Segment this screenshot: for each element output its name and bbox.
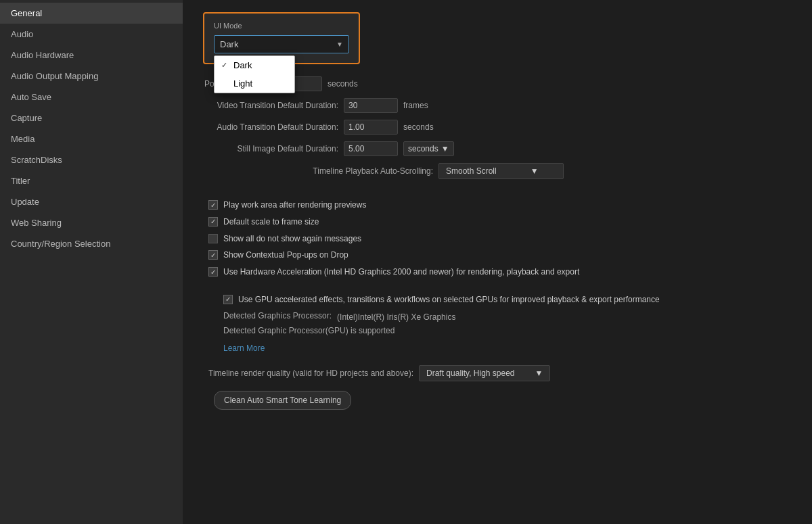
still-image-unit-dropdown[interactable]: seconds ▼ [403, 141, 454, 156]
ui-mode-value: Dark [220, 39, 238, 49]
detected-supported-text: Detected Graphic Processor(GPU) is suppo… [223, 326, 792, 335]
checkbox-show-do-not-show[interactable] [208, 234, 218, 243]
sidebar-item-country-region[interactable]: Country/Region Selection [0, 233, 183, 254]
main-content: UI Mode Dark ▼ ✓ Dark Light Postroll: se… [183, 0, 812, 524]
sidebar-item-media[interactable]: Media [0, 128, 183, 149]
chevron-down-icon-quality: ▼ [535, 368, 543, 378]
checkbox-label-default-scale: Default scale to frame size [223, 216, 319, 228]
video-transition-input[interactable] [344, 98, 398, 113]
checkbox-label-play-work-area: Play work area after rendering previews [223, 199, 366, 211]
dropdown-option-light-label: Light [233, 78, 252, 89]
ui-mode-dropdown[interactable]: Dark ▼ [214, 35, 349, 53]
audio-transition-row: Audio Transition Default Duration: secon… [203, 120, 792, 135]
sidebar-item-titler[interactable]: Titler [0, 170, 183, 191]
audio-transition-unit: seconds [403, 122, 434, 132]
sidebar-item-scratch-disks[interactable]: ScratchDisks [0, 149, 183, 170]
chevron-down-icon: ▼ [336, 41, 343, 48]
checkbox-label-use-hardware-accel: Use Hardware Acceleration (Intel HD Grap… [223, 266, 579, 278]
checkbox-row-use-hardware-accel: Use Hardware Acceleration (Intel HD Grap… [203, 266, 792, 278]
learn-more-link[interactable]: Learn More [203, 343, 265, 353]
checkbox-default-scale[interactable] [208, 217, 218, 227]
ui-mode-box: UI Mode Dark ▼ ✓ Dark Light [203, 12, 360, 64]
sidebar-item-capture[interactable]: Capture [0, 108, 183, 128]
checkbox-row-default-scale: Default scale to frame size [203, 216, 792, 228]
detected-graphics-label: Detected Graphics Processor: [223, 311, 332, 320]
timeline-render-dropdown[interactable]: Draft quality, High speed ▼ [419, 365, 550, 381]
detected-graphics-value: (Intel)Intel(R) Iris(R) Xe Graphics [337, 312, 455, 322]
timeline-playback-row: Timeline Playback Auto-Scrolling: Smooth… [203, 163, 792, 179]
still-image-row: Still Image Default Duration: seconds ▼ [203, 141, 792, 156]
ui-mode-label: UI Mode [214, 22, 349, 30]
dropdown-option-dark-label: Dark [233, 60, 252, 70]
postroll-unit: seconds [328, 79, 358, 89]
audio-transition-label: Audio Transition Default Duration: [203, 122, 338, 132]
detected-graphics-section: Detected Graphics Processor: (Intel)Inte… [203, 311, 792, 335]
still-image-label: Still Image Default Duration: [203, 144, 338, 153]
timeline-render-label: Timeline render quality (valid for HD pr… [208, 368, 413, 378]
chevron-down-icon-timeline: ▼ [531, 166, 539, 176]
dropdown-option-dark[interactable]: ✓ Dark [215, 56, 294, 74]
checkbox-show-contextual[interactable] [208, 250, 218, 260]
clean-tone-button[interactable]: Clean Auto Smart Tone Learning [214, 391, 351, 410]
gpu-checkbox[interactable] [223, 295, 233, 304]
check-icon: ✓ [221, 61, 229, 70]
gpu-checkbox-label: Use GPU accelerated effects, transitions… [238, 294, 660, 306]
checkbox-play-work-area[interactable] [208, 200, 218, 210]
checkbox-label-show-do-not-show: Show all do not show again messages [223, 233, 361, 245]
checkbox-use-hardware-accel[interactable] [208, 267, 218, 277]
chevron-down-icon-still: ▼ [441, 144, 449, 153]
dropdown-option-light[interactable]: Light [215, 74, 294, 93]
still-image-input[interactable] [344, 141, 398, 156]
sidebar-item-audio[interactable]: Audio [0, 24, 183, 45]
sidebar: GeneralAudioAudio HardwareAudio Output M… [0, 0, 183, 524]
timeline-render-value: Draft quality, High speed [426, 368, 515, 378]
sidebar-item-audio-output-mapping[interactable]: Audio Output Mapping [0, 66, 183, 87]
timeline-render-row: Timeline render quality (valid for HD pr… [203, 365, 792, 381]
still-image-unit-value: seconds [408, 144, 438, 153]
sidebar-item-web-sharing[interactable]: Web Sharing [0, 212, 183, 233]
checkbox-label-show-contextual: Show Contextual Pop-ups on Drop [223, 249, 348, 261]
detected-graphics-row: Detected Graphics Processor: (Intel)Inte… [223, 311, 792, 323]
sidebar-item-update[interactable]: Update [0, 191, 183, 212]
timeline-playback-value: Smooth Scroll [446, 166, 497, 176]
sidebar-item-audio-hardware[interactable]: Audio Hardware [0, 45, 183, 66]
audio-transition-input[interactable] [344, 120, 398, 135]
timeline-playback-label: Timeline Playback Auto-Scrolling: [203, 166, 433, 176]
video-transition-unit: frames [403, 101, 428, 110]
video-transition-label: Video Transition Default Duration: [203, 101, 338, 110]
checkboxes-section: Play work area after rendering previewsD… [203, 199, 792, 278]
ui-mode-popup: ✓ Dark Light [214, 55, 295, 93]
tone-button-wrapper: Clean Auto Smart Tone Learning [203, 391, 792, 410]
video-transition-row: Video Transition Default Duration: frame… [203, 98, 792, 113]
sidebar-item-auto-save[interactable]: Auto Save [0, 87, 183, 108]
sidebar-item-general[interactable]: General [0, 3, 183, 24]
checkbox-row-play-work-area: Play work area after rendering previews [203, 199, 792, 211]
checkbox-row-show-contextual: Show Contextual Pop-ups on Drop [203, 249, 792, 261]
gpu-checkbox-row: Use GPU accelerated effects, transitions… [203, 294, 792, 306]
timeline-playback-dropdown[interactable]: Smooth Scroll ▼ [438, 163, 564, 179]
checkbox-row-show-do-not-show: Show all do not show again messages [203, 233, 792, 245]
